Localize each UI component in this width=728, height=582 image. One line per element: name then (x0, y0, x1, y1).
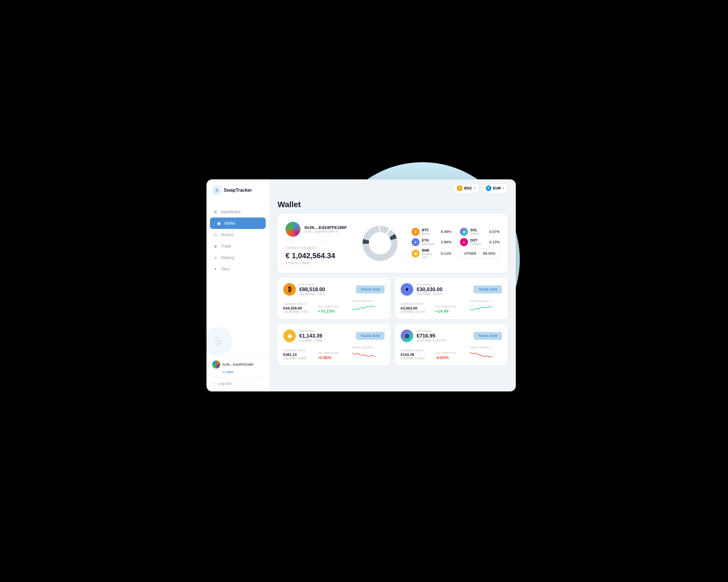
sol-details: CURRENT PRICE €143.39 0.38 BNB | 5 SOLT … (401, 346, 502, 360)
logout-label: Log Out (218, 381, 231, 386)
holding-dot: ● DOT Polkadot 0.13% (460, 238, 500, 246)
sidebar-label-dashboard: Dashboard (221, 209, 240, 214)
trade-eth-button[interactable]: TRADE NOW (473, 285, 502, 294)
eth-price-graph (470, 304, 493, 312)
asset-card-bnb: ⓘ ◆ HOLDINGS €1,143.39 3.02 BNB 3 BNB TR… (278, 324, 390, 365)
user-tier: ✦ PRO (223, 370, 263, 374)
sol-coin-icon: ◎ (401, 330, 413, 342)
btc-price-graph (352, 304, 375, 312)
sidebar-label-staking: Staking (221, 255, 234, 260)
bnb-price-graph (352, 350, 375, 359)
assets-grid: ⓘ ₿ HOLDINGS €88,518.00 233.96 BNB 2 BTC… (278, 277, 508, 365)
dot-icon: ● (460, 238, 468, 246)
page-title: Wallet (278, 200, 508, 209)
bnb-details: CURRENT PRICE €381.13 1.01 BNB | 3 BNB 2… (283, 346, 385, 360)
holdings-breakdown: ₿ BTC Bitcoin 8.49% ◎ SOL (412, 228, 500, 259)
holding-sol: ◎ SOL Solana 0.07% (460, 228, 500, 236)
wallet-address-sub: 0x39....Ed24FFE186F ⎘ (305, 230, 347, 233)
chevron-down-icon-2: ▾ (503, 186, 504, 190)
svg-rect-4 (216, 364, 220, 369)
svg-rect-3 (212, 360, 216, 364)
info-icon-btc: ⓘ (382, 281, 386, 286)
holding-other: OTHER 88.30% (460, 249, 500, 259)
network-selector[interactable]: B BSC ▾ (453, 183, 479, 193)
asset-card-sol: ⓘ ◎ HOLDINGS €716.95 32.62 BNB 0.251 BTC… (395, 324, 508, 365)
eth-coin-icon: ♦ (401, 283, 413, 296)
currency-selector[interactable]: € EUR ▾ (482, 183, 508, 193)
bsc-icon: B (457, 185, 463, 191)
wallet-avatar (286, 222, 301, 237)
btc-header: ₿ HOLDINGS €88,518.00 233.96 BNB 2 BTC T… (283, 283, 385, 296)
sidebar-item-staking[interactable]: ≡ Staking (207, 252, 269, 263)
holding-bnb: ◆ BNB Binance Coin 0.11% (412, 249, 451, 259)
logo-text: SwapTracker (224, 188, 252, 193)
wallet-info: 0x39....Ed24FFE186F 0x39....Ed24FFE186F … (286, 222, 348, 265)
logo-icon: S (212, 186, 222, 195)
expand-icon-bnb: ⤢ (373, 346, 375, 349)
sidebar-item-wallet[interactable]: ▣ Wallet (210, 218, 266, 229)
sidebar-label-wallet: Wallet (224, 221, 235, 226)
history-icon: ◷ (213, 232, 218, 237)
bnb-header: ◆ HOLDINGS €1,143.39 3.02 BNB 3 BNB TRAD… (283, 330, 385, 342)
trade-bnb-button[interactable]: TRADE NOW (356, 332, 385, 340)
svg-text:S: S (216, 188, 218, 192)
info-icon: ⓘ (317, 246, 320, 250)
sidebar-label-history: History (221, 232, 233, 237)
logout-icon: → (212, 381, 216, 386)
wallet-address: 0x39....Ed24FFE186F (305, 225, 347, 230)
eth-details: CURRENT PRICE €3,003.00 7.94 BNB | 10 ET… (401, 300, 502, 313)
sidebar-nav: ⊞ Dashboard ▣ Wallet ◷ History ◈ Trade ≡ (207, 200, 269, 330)
svg-point-13 (370, 233, 390, 253)
holding-btc: ₿ BTC Bitcoin 8.49% (412, 228, 451, 236)
sidebar-item-dashboard[interactable]: ⊞ Dashboard (207, 206, 269, 218)
tier-label: PRO (227, 371, 233, 374)
user-address-text: 0x39....Ed24FFE186F (223, 363, 254, 366)
sidebar: S SwapTracker ⊞ Dashboard ▣ Wallet ◷ His… (207, 179, 269, 391)
bnb-coin-icon: ◆ (283, 330, 296, 342)
btc-details: CURRENT PRICE €44,259.00 116.98 BNB | 2 … (283, 300, 385, 313)
info-icon-bnb: ⓘ (382, 328, 386, 333)
tiers-icon: ✦ (213, 267, 218, 272)
trade-sol-button[interactable]: TRADE NOW (473, 332, 502, 340)
donut-chart (357, 223, 403, 263)
expand-icon: ⤢ (373, 300, 375, 303)
info-icon-eth: ⓘ (500, 281, 504, 286)
btc-icon: ₿ (412, 228, 420, 236)
main-content: B BSC ▾ € EUR ▾ Wallet (269, 179, 516, 391)
bnb-icon: ◆ (412, 250, 420, 258)
content-area: Wallet 0x39....Ed24FFE186F 0x39.. (269, 197, 516, 391)
holding-eth: ♦ ETH Ethereum 2.88% (412, 238, 451, 246)
expand-icon-sol: ⤢ (490, 346, 493, 349)
chevron-down-icon: ▾ (474, 186, 475, 190)
logout-button[interactable]: → Log Out (212, 380, 263, 387)
sidebar-bottom: 0x39....Ed24FFE186F ✦ PRO → Log Out (207, 356, 269, 391)
balance-amount: € 1,042,564.34 (286, 251, 348, 260)
topbar: B BSC ▾ € EUR ▾ (269, 179, 516, 197)
sol-header: ◎ HOLDINGS €716.95 32.62 BNB 0.251 BTC T… (401, 330, 502, 342)
dashboard-icon: ⊞ (213, 209, 218, 214)
eur-icon: € (486, 185, 491, 191)
sidebar-item-trade[interactable]: ◈ Trade (207, 241, 269, 252)
staking-icon: ≡ (213, 255, 218, 260)
eth-icon: ♦ (412, 238, 420, 246)
user-avatar (212, 360, 220, 369)
trade-icon: ◈ (213, 244, 218, 249)
network-label: BSC (464, 186, 472, 190)
user-address: 0x39....Ed24FFE186F (212, 360, 263, 369)
eth-header: ♦ HOLDINGS €30,030.00 79.37 BNB 10 ETH T… (401, 283, 502, 296)
wallet-header: 0x39....Ed24FFE186F 0x39....Ed24FFE186F … (286, 222, 348, 242)
info-icon-sol: ⓘ (500, 328, 504, 333)
asset-card-btc: ⓘ ₿ HOLDINGS €88,518.00 233.96 BNB 2 BTC… (278, 277, 390, 319)
balance-label: CURRENT BALANCE ⓘ (286, 246, 348, 250)
copy-icon[interactable]: ⎘ (337, 230, 339, 233)
wallet-overview-card: 0x39....Ed24FFE186F 0x39....Ed24FFE186F … (278, 214, 508, 273)
trade-btc-button[interactable]: TRADE NOW (356, 285, 385, 294)
logo: S SwapTracker (207, 179, 269, 200)
asset-card-eth: ⓘ ♦ HOLDINGS €30,030.00 79.37 BNB 10 ETH… (395, 277, 508, 319)
sidebar-item-history[interactable]: ◷ History (207, 229, 269, 241)
currency-label: EUR (493, 186, 501, 190)
wallet-icon: ▣ (216, 221, 222, 226)
sidebar-item-tiers[interactable]: ✦ Tiers (207, 263, 269, 275)
btc-coin-icon: ₿ (283, 283, 296, 296)
sidebar-label-trade: Trade (221, 244, 231, 249)
